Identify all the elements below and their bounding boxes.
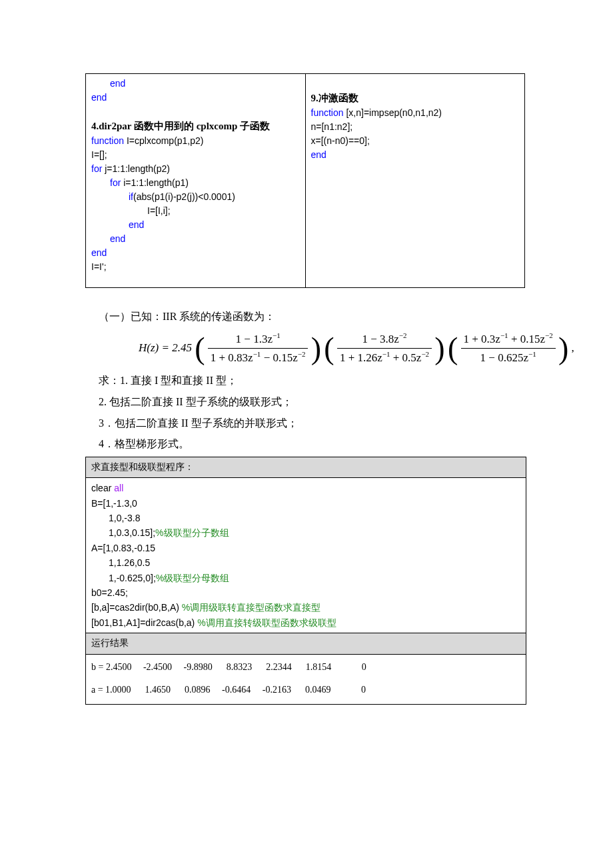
code-line: A=[1,0.83,-0.15 xyxy=(91,541,520,555)
body-text: （一）已知：IIR 系统的传递函数为： H(z) = 2.45 ( 1 − 1.… xyxy=(99,308,525,453)
paren-left-icon: ( xyxy=(195,335,205,362)
code-line: 1,-0.625,0];%级联型分母数组 xyxy=(91,571,520,585)
code-line: end xyxy=(91,218,300,232)
result-row-a: a = 1.0000 1.4650 0.0896 -0.6464 -0.2163… xyxy=(86,677,526,704)
code-line: b0=2.45; xyxy=(91,585,520,600)
fraction-3: 1 + 0.3z−1 + 0.15z−2 1 − 0.625z−1 xyxy=(461,330,556,367)
code-line: 1,1.26,0.5 xyxy=(91,555,520,570)
section-heading-9: 9.冲激函数 xyxy=(311,91,520,106)
code-line: 1,0,-3.8 xyxy=(91,511,520,525)
question-3: 3．包括二阶直接 II 型子系统的并联形式； xyxy=(99,415,525,432)
code-cell-left: end end 4.dir2par 函数中用到的 cplxcomp 子函数 fu… xyxy=(86,74,306,288)
code-line: end xyxy=(91,246,300,260)
question-1: 求：1. 直接 I 型和直接 II 型； xyxy=(99,372,525,389)
code-table: end end 4.dir2par 函数中用到的 cplxcomp 子函数 fu… xyxy=(85,73,525,288)
code-line: end xyxy=(91,232,300,246)
box-header-program: 求直接型和级联型程序： xyxy=(86,457,526,478)
code-line: I=I'; xyxy=(91,260,300,274)
paragraph: （一）已知：IIR 系统的传递函数为： xyxy=(99,308,525,325)
question-4: 4．格型梯形形式。 xyxy=(99,435,525,453)
code-line: x=[(n-n0)==0]; xyxy=(311,134,520,148)
code-line: I=[I,i]; xyxy=(91,204,300,218)
code-line: I=[]; xyxy=(91,148,300,162)
code-line: clear all xyxy=(91,481,520,495)
code-line: [b,a]=cas2dir(b0,B,A) %调用级联转直接型函数求直接型 xyxy=(91,600,520,615)
page: end end 4.dir2par 函数中用到的 cplxcomp 子函数 fu… xyxy=(0,73,613,868)
program-box: 求直接型和级联型程序： clear all B=[1,-1.3,0 1,0,-3… xyxy=(85,457,526,705)
code-line: n=[n1:n2]; xyxy=(311,120,520,134)
paren-right-icon: ) xyxy=(311,335,321,362)
code-line: for j=1:1:length(p2) xyxy=(91,162,300,176)
code-line: end xyxy=(91,92,107,103)
code-line: for i=1:1:length(p1) xyxy=(91,176,300,190)
paren-left-icon: ( xyxy=(448,335,458,362)
code-line: function [x,n]=impsep(n0,n1,n2) xyxy=(311,106,520,120)
paren-left-icon: ( xyxy=(324,335,334,362)
code-line: [b01,B1,A1]=dir2cas(b,a) %调用直接转级联型函数求级联型 xyxy=(91,615,520,630)
program-content: clear all B=[1,-1.3,0 1,0,-3.8 1,0.3,0.1… xyxy=(86,478,526,633)
paren-right-icon: ) xyxy=(558,335,568,362)
question-2: 2. 包括二阶直接 II 型子系统的级联形式； xyxy=(99,393,525,411)
paren-right-icon: ) xyxy=(434,335,444,362)
code-line: B=[1,-1.3,0 xyxy=(91,496,520,511)
code-cell-right: 9.冲激函数 function [x,n]=impsep(n0,n1,n2) n… xyxy=(305,74,525,288)
code-line: if(abs(p1(i)-p2(j))<0.0001) xyxy=(91,190,300,204)
fraction-1: 1 − 1.3z−1 1 + 0.83z−1 − 0.15z−2 xyxy=(208,330,308,367)
section-heading-4: 4.dir2par 函数中用到的 cplxcomp 子函数 xyxy=(91,119,300,134)
code-line: end xyxy=(91,77,300,91)
formula: H(z) = 2.45 ( 1 − 1.3z−1 1 + 0.83z−1 − 0… xyxy=(139,330,525,367)
code-line: 1,0.3,0.15];%级联型分子数组 xyxy=(91,525,520,540)
code-line: end xyxy=(311,148,520,162)
code-line: function I=cplxcomp(p1,p2) xyxy=(91,134,300,148)
box-header-result: 运行结果 xyxy=(86,633,526,654)
fraction-2: 1 − 3.8z−2 1 + 1.26z−1 + 0.5z−2 xyxy=(337,330,432,367)
result-row-b: b = 2.4500 -2.4500 -9.8980 8.8323 2.2344… xyxy=(86,655,526,677)
